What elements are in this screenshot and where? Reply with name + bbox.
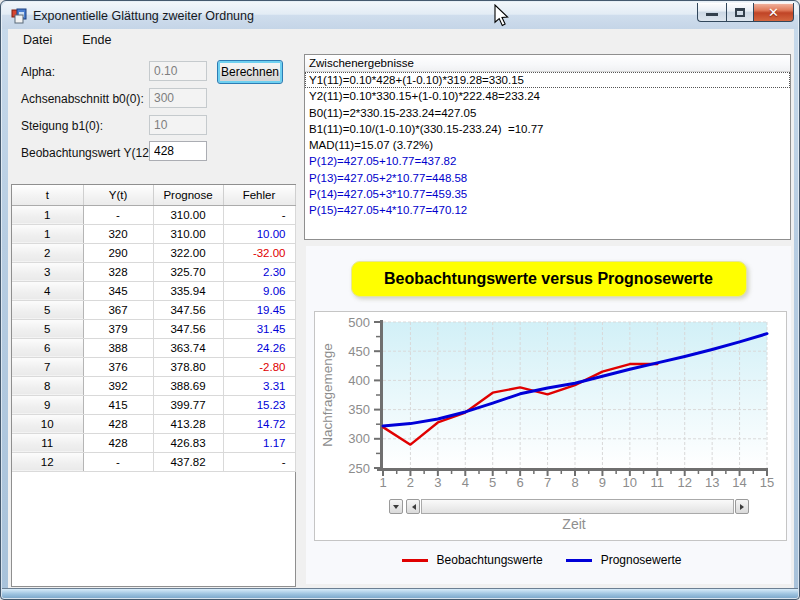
- table-cell[interactable]: 31.45: [223, 319, 295, 338]
- table-cell[interactable]: 8: [12, 376, 83, 395]
- table-row[interactable]: 9415399.7715.23: [12, 395, 295, 414]
- table-cell[interactable]: 5: [12, 300, 83, 319]
- table-cell[interactable]: 12: [12, 452, 83, 471]
- table-cell[interactable]: 378.80: [153, 357, 223, 376]
- table-cell[interactable]: 415: [83, 395, 153, 414]
- table-cell[interactable]: 345: [83, 281, 153, 300]
- table-cell[interactable]: 388: [83, 338, 153, 357]
- table-cell[interactable]: 10: [12, 414, 83, 433]
- table-cell[interactable]: 388.69: [153, 376, 223, 395]
- table-cell[interactable]: 367: [83, 300, 153, 319]
- table-cell[interactable]: 335.94: [153, 281, 223, 300]
- table-cell[interactable]: 1.17: [223, 433, 295, 452]
- close-button[interactable]: ✕: [754, 3, 794, 22]
- table-cell[interactable]: 6: [12, 338, 83, 357]
- table-cell[interactable]: 376: [83, 357, 153, 376]
- table-cell[interactable]: 437.82: [153, 452, 223, 471]
- menu-item-datei[interactable]: Datei: [16, 30, 59, 50]
- result-item[interactable]: P(14)=427.05+3*10.77=459.35: [305, 186, 790, 202]
- table-row[interactable]: 1320310.0010.00: [12, 224, 295, 243]
- table-cell[interactable]: 1: [12, 205, 83, 224]
- result-item[interactable]: MAD(11)=15.07 (3.72%): [305, 137, 790, 153]
- table-cell[interactable]: 325.70: [153, 262, 223, 281]
- beobachtungswert-field[interactable]: [149, 141, 207, 161]
- minimize-button[interactable]: [697, 3, 726, 22]
- table-cell[interactable]: 15.23: [223, 395, 295, 414]
- scroll-right-button[interactable]: [735, 499, 749, 514]
- table-cell[interactable]: 24.26: [223, 338, 295, 357]
- table-row[interactable]: 11428426.831.17: [12, 433, 295, 452]
- result-item[interactable]: B1(11)=0.10/(1-0.10)*(330.15-233.24) =10…: [305, 121, 790, 137]
- title-bar[interactable]: Exponentielle Glättung zweiter Ordnung ✕: [2, 2, 798, 29]
- svg-text:2: 2: [407, 475, 414, 490]
- column-header-yt[interactable]: Y(t): [83, 185, 153, 205]
- table-row[interactable]: 2290322.00-32.00: [12, 243, 295, 262]
- table-cell[interactable]: 290: [83, 243, 153, 262]
- list-column-header[interactable]: Zwischenergebnisse: [305, 55, 790, 72]
- table-cell[interactable]: 7: [12, 357, 83, 376]
- table-cell[interactable]: 9: [12, 395, 83, 414]
- table-cell[interactable]: 320: [83, 224, 153, 243]
- result-item[interactable]: P(13)=427.05+2*10.77=448.58: [305, 170, 790, 186]
- table-cell[interactable]: 2.30: [223, 262, 295, 281]
- table-cell[interactable]: -2.80: [223, 357, 295, 376]
- table-cell[interactable]: 310.00: [153, 205, 223, 224]
- table-cell[interactable]: -32.00: [223, 243, 295, 262]
- table-cell[interactable]: 328: [83, 262, 153, 281]
- table-cell[interactable]: -: [223, 452, 295, 471]
- table-cell[interactable]: 14.72: [223, 414, 295, 433]
- table-cell[interactable]: -: [223, 205, 295, 224]
- result-item[interactable]: Y1(11)=0.10*428+(1-0.10)*319.28=330.15: [305, 72, 790, 88]
- result-item[interactable]: P(15)=427.05+4*10.77=470.12: [305, 202, 790, 218]
- table-cell[interactable]: 363.74: [153, 338, 223, 357]
- table-cell[interactable]: 428: [83, 433, 153, 452]
- table-cell[interactable]: 379: [83, 319, 153, 338]
- table-row[interactable]: 1-310.00-: [12, 205, 295, 224]
- result-item[interactable]: Y2(11)=0.10*330.15+(1-0.10)*222.48=233.2…: [305, 88, 790, 104]
- table-cell[interactable]: 347.56: [153, 300, 223, 319]
- table-cell[interactable]: 11: [12, 433, 83, 452]
- result-item[interactable]: P(12)=427.05+10.77=437.82: [305, 153, 790, 169]
- table-cell[interactable]: 426.83: [153, 433, 223, 452]
- table-row[interactable]: 8392388.693.31: [12, 376, 295, 395]
- chart-zoom-reset-button[interactable]: [389, 499, 403, 514]
- table-row[interactable]: 3328325.702.30: [12, 262, 295, 281]
- scroll-left-button[interactable]: [406, 499, 420, 514]
- table-cell[interactable]: -: [83, 205, 153, 224]
- table-cell[interactable]: 347.56: [153, 319, 223, 338]
- table-row[interactable]: 5367347.5619.45: [12, 300, 295, 319]
- maximize-button[interactable]: [726, 3, 754, 22]
- table-cell[interactable]: 9.06: [223, 281, 295, 300]
- window-bottom-border: [2, 588, 798, 598]
- table-row[interactable]: 7376378.80-2.80: [12, 357, 295, 376]
- table-row[interactable]: 12-437.82-: [12, 452, 295, 471]
- table-cell[interactable]: 413.28: [153, 414, 223, 433]
- table-cell[interactable]: 322.00: [153, 243, 223, 262]
- table-cell[interactable]: 1: [12, 224, 83, 243]
- table-cell[interactable]: 10.00: [223, 224, 295, 243]
- table-cell[interactable]: 3.31: [223, 376, 295, 395]
- menu-item-ende[interactable]: Ende: [75, 30, 118, 50]
- result-item[interactable]: B0(11)=2*330.15-233.24=427.05: [305, 105, 790, 121]
- column-header-prognose[interactable]: Prognose: [153, 185, 223, 205]
- chart-scrollbar-track[interactable]: [421, 499, 734, 514]
- table-cell[interactable]: 19.45: [223, 300, 295, 319]
- table-cell[interactable]: 4: [12, 281, 83, 300]
- table-row[interactable]: 6388363.7424.26: [12, 338, 295, 357]
- column-header-t[interactable]: t: [12, 185, 83, 205]
- table-cell[interactable]: -: [83, 452, 153, 471]
- table-cell[interactable]: 2: [12, 243, 83, 262]
- table-cell[interactable]: 428: [83, 414, 153, 433]
- table-cell[interactable]: 399.77: [153, 395, 223, 414]
- table-row[interactable]: 10428413.2814.72: [12, 414, 295, 433]
- table-row[interactable]: 5379347.5631.45: [12, 319, 295, 338]
- berechnen-button[interactable]: Berechnen: [217, 60, 283, 84]
- table-cell[interactable]: 392: [83, 376, 153, 395]
- column-header-fehler[interactable]: Fehler: [223, 185, 295, 205]
- zwischenergebnisse-list: Zwischenergebnisse Y1(11)=0.10*428+(1-0.…: [304, 54, 791, 240]
- steigung-field: [149, 115, 207, 135]
- table-cell[interactable]: 5: [12, 319, 83, 338]
- table-row[interactable]: 4345335.949.06: [12, 281, 295, 300]
- table-cell[interactable]: 3: [12, 262, 83, 281]
- table-cell[interactable]: 310.00: [153, 224, 223, 243]
